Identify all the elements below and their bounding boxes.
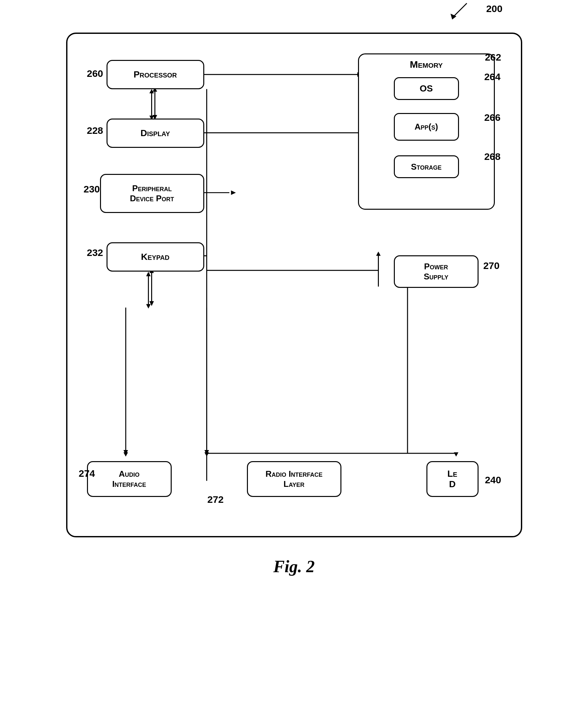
peripheral-box: PeripheralDevice Port <box>100 174 204 213</box>
ref-processor: 260 <box>87 68 103 79</box>
radio-interface-box: Radio InterfaceLayer <box>247 461 341 497</box>
ref-led: 240 <box>485 474 501 485</box>
svg-marker-35 <box>124 452 128 457</box>
svg-marker-25 <box>124 450 128 455</box>
led-label: LeD <box>447 469 457 490</box>
processor-box: Processor <box>106 60 204 89</box>
ref-radio: 272 <box>207 494 224 505</box>
svg-marker-36 <box>204 452 209 457</box>
svg-marker-23 <box>146 272 151 276</box>
keypad-label: Keypad <box>141 252 170 262</box>
display-label: Display <box>140 128 170 138</box>
svg-marker-27 <box>204 450 209 455</box>
svg-line-0 <box>454 3 467 16</box>
ref-display: 228 <box>87 125 103 136</box>
svg-marker-10 <box>149 89 154 93</box>
ref-apps: 266 <box>484 112 500 123</box>
apps-label: App(s) <box>414 122 438 132</box>
peripheral-label: PeripheralDevice Port <box>130 183 174 204</box>
power-supply-label: PowerSupply <box>424 262 449 282</box>
svg-marker-34 <box>454 452 458 457</box>
ref-peripheral: 230 <box>84 184 100 195</box>
os-label: OS <box>420 83 433 94</box>
memory-box: Memory OS App(s) Storage <box>358 54 495 210</box>
led-box: LeD <box>426 461 479 497</box>
keypad-box: Keypad <box>106 242 204 272</box>
ref-os: 264 <box>484 71 500 82</box>
audio-interface-label: AudioInterface <box>112 469 146 489</box>
display-box: Display <box>106 119 204 148</box>
ref-memory: 262 <box>485 52 501 63</box>
memory-label: Memory <box>410 59 443 70</box>
svg-marker-16 <box>231 191 236 195</box>
svg-marker-22 <box>146 304 151 309</box>
radio-interface-label: Radio InterfaceLayer <box>265 469 323 489</box>
os-box: OS <box>394 77 459 100</box>
diagram-outer: Processor 260 Memory OS App(s) Storage 2… <box>66 33 522 537</box>
apps-box: App(s) <box>394 113 459 141</box>
ref-storage: 268 <box>484 151 500 162</box>
page-container: 200 <box>0 0 588 707</box>
storage-label: Storage <box>411 162 442 172</box>
ref-audio: 274 <box>79 468 95 479</box>
storage-box: Storage <box>394 155 459 178</box>
ref-power: 270 <box>483 260 499 271</box>
processor-label: Processor <box>134 69 177 80</box>
figure-caption: Fig. 2 <box>273 557 315 576</box>
svg-marker-19 <box>149 301 154 306</box>
ref-keypad: 232 <box>87 247 103 258</box>
svg-marker-32 <box>376 252 381 256</box>
audio-interface-box: AudioInterface <box>87 461 172 497</box>
power-supply-box: PowerSupply <box>394 255 479 288</box>
